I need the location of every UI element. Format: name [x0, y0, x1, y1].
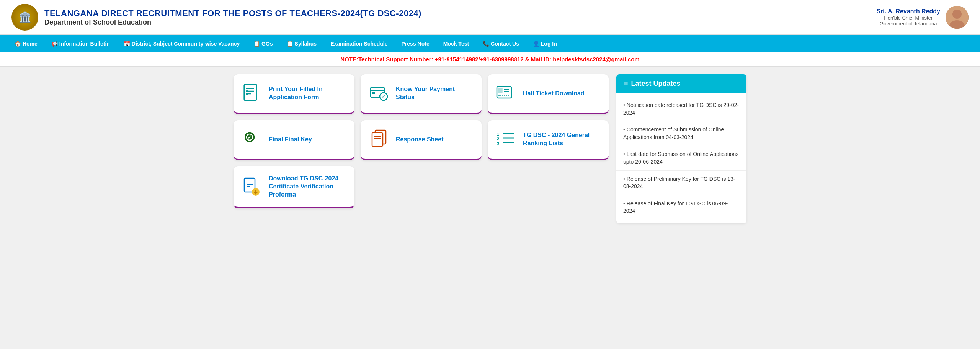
card-payment-title: Know Your Payment Status	[396, 85, 474, 102]
official-info: Sri. A. Revanth Reddy Hon'ble Chief Mini…	[876, 8, 940, 26]
card-response-sheet-title: Response Sheet	[396, 136, 443, 144]
nav-syllabus[interactable]: 📋 Syllabus	[280, 35, 323, 52]
card-final-key-title: Final Final Key	[269, 136, 312, 144]
svg-text:1: 1	[497, 132, 499, 136]
nav-gos[interactable]: 📋 GOs	[247, 35, 279, 52]
updates-box: ≡ Latest Updates Notification date relea…	[616, 74, 746, 223]
notice-text: NOTE:Technical Support Number: +91-91541…	[340, 56, 639, 62]
updates-sidebar: ≡ Latest Updates Notification date relea…	[616, 74, 746, 223]
site-logo: 🏛️	[11, 4, 38, 31]
card-print-application-title: Print Your Filled In Application Form	[269, 85, 347, 102]
download-icon	[241, 176, 263, 197]
card-payment-status[interactable]: ✓ Know Your Payment Status	[361, 74, 482, 114]
card-ranking-lists[interactable]: 1 2 3 TG DSC - 2024 General Ranking List…	[488, 120, 609, 160]
svg-rect-4	[244, 84, 256, 100]
official-photo	[946, 6, 969, 29]
update-item: Commencement of Submission of Online App…	[616, 121, 746, 146]
update-item: Notification date released for TG DSC is…	[616, 97, 746, 121]
svg-point-1	[952, 10, 962, 19]
svg-rect-8	[246, 88, 248, 89]
sheet-icon	[368, 129, 390, 150]
card-final-key[interactable]: ✓ Final Final Key	[234, 120, 354, 160]
svg-rect-3	[244, 84, 256, 100]
card-ranking-title: TG DSC - 2024 General Ranking Lists	[523, 131, 601, 147]
official-title: Hon'ble Chief Minister	[876, 15, 940, 21]
nav-exam-schedule[interactable]: Examination Schedule	[323, 35, 394, 52]
svg-point-22	[511, 97, 512, 98]
nav-vacancy[interactable]: 📅 District, Subject Community-wise Vacan…	[117, 35, 247, 52]
svg-rect-10	[246, 93, 248, 95]
header-left: 🏛️ TELANGANA DIRECT RECRUITMENT FOR THE …	[11, 4, 421, 31]
site-header: 🏛️ TELANGANA DIRECT RECRUITMENT FOR THE …	[0, 0, 980, 35]
svg-text:✓: ✓	[382, 94, 385, 99]
update-item: Release of Final Key for TG DSC is 06-09…	[616, 195, 746, 220]
updates-header: ≡ Latest Updates	[616, 74, 746, 93]
list-icon-header: ≡	[624, 80, 628, 88]
header-right: Sri. A. Revanth Reddy Hon'ble Chief Mini…	[876, 6, 969, 29]
nav-home[interactable]: 🏠 Home	[8, 35, 44, 52]
nav-press-note[interactable]: Press Note	[395, 35, 436, 52]
card-hall-ticket-title: Hall Ticket Download	[523, 90, 585, 98]
nav-contact[interactable]: 📞 Contact Us	[476, 35, 526, 52]
svg-rect-9	[246, 90, 248, 92]
card-print-application[interactable]: Print Your Filled In Application Form	[234, 74, 354, 114]
svg-rect-17	[498, 88, 502, 93]
update-item: Release of Preliminary Key for TG DSC is…	[616, 171, 746, 195]
header-title: TELANGANA DIRECT RECRUITMENT FOR THE POS…	[44, 8, 421, 26]
nav-info-bulletin[interactable]: 📢 Information Bulletin	[44, 35, 117, 52]
main-content: Print Your Filled In Application Form ✓ …	[222, 67, 758, 231]
updates-list: Notification date released for TG DSC is…	[616, 93, 746, 223]
card-certificate-title: Download TG DSC-2024 Certificate Verific…	[269, 175, 347, 198]
svg-text:3: 3	[497, 141, 499, 146]
official-subtitle: Government of Telangana	[876, 21, 940, 26]
svg-rect-28	[372, 133, 383, 146]
card-hall-ticket[interactable]: Hall Ticket Download	[488, 74, 609, 114]
svg-text:✓: ✓	[247, 134, 252, 140]
cards-section: Print Your Filled In Application Form ✓ …	[234, 74, 609, 223]
updates-title: Latest Updates	[631, 80, 681, 88]
nav-mock-test[interactable]: Mock Test	[436, 35, 476, 52]
card-response-sheet[interactable]: Response Sheet	[361, 120, 482, 160]
site-title-main: TELANGANA DIRECT RECRUITMENT FOR THE POS…	[44, 8, 421, 18]
notice-bar: NOTE:Technical Support Number: +91-91541…	[0, 52, 980, 67]
main-navbar: 🏠 Home 📢 Information Bulletin 📅 District…	[0, 35, 980, 52]
nav-login[interactable]: 👤 Log In	[526, 35, 564, 52]
card-certificate-verification[interactable]: Download TG DSC-2024 Certificate Verific…	[234, 166, 354, 208]
list-icon: 1 2 3	[495, 129, 517, 150]
update-item: Last date for Submission of Online Appli…	[616, 146, 746, 170]
svg-text:2: 2	[497, 136, 499, 141]
svg-rect-13	[372, 92, 375, 94]
payment-icon: ✓	[368, 83, 390, 104]
official-name: Sri. A. Revanth Reddy	[876, 8, 940, 15]
ticket-icon	[495, 83, 517, 104]
form-icon	[241, 83, 263, 104]
site-title-sub: Department of School Education	[44, 18, 421, 26]
key-icon: ✓	[241, 129, 263, 150]
